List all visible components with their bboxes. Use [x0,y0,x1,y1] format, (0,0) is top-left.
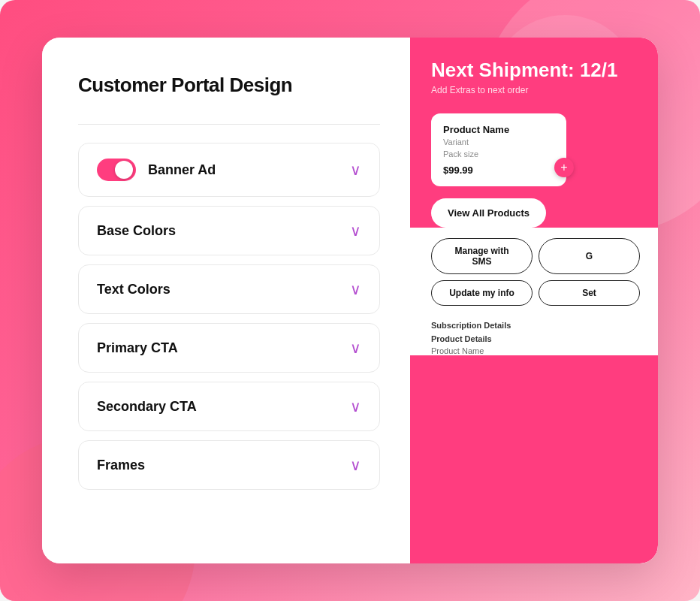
divider [78,124,380,125]
action-btn-4[interactable]: Set [539,280,640,306]
accordion-banner-ad[interactable]: Banner Ad ∨ [78,143,380,197]
product-card-price: $99.99 [443,165,554,176]
main-card: Customer Portal Design Banner Ad ∨ [42,38,658,563]
frames-chevron: ∨ [350,456,361,474]
text-colors-label: Text Colors [97,282,170,297]
toggle-track[interactable] [97,159,136,181]
base-colors-label: Base Colors [97,223,176,239]
toggle-thumb [115,161,133,179]
secondary-cta-label: Secondary CTA [97,399,197,415]
page-title: Customer Portal Design [78,74,380,97]
outer-wrapper: Customer Portal Design Banner Ad ∨ [0,0,700,601]
action-row-1: Manage with SMS G [431,238,640,274]
accordion-secondary-cta[interactable]: Secondary CTA ∨ [78,382,380,431]
accordion-text-left: Text Colors [97,282,170,297]
shipment-subtitle: Add Extras to next order [431,85,640,95]
product-details-label: Product Details [431,334,640,343]
secondary-cta-chevron: ∨ [350,397,361,415]
primary-cta-label: Primary CTA [97,340,178,356]
banner-ad-toggle[interactable] [97,159,136,181]
update-info-button[interactable]: Update my info [431,280,533,306]
product-name-detail: Product Name [431,346,640,355]
subscription-details-label: Subscription Details [431,321,640,330]
manage-sms-button[interactable]: Manage with SMS [431,238,533,274]
banner-ad-label: Banner Ad [148,162,216,178]
accordion-text-colors[interactable]: Text Colors ∨ [78,264,380,314]
product-add-button[interactable]: + [554,158,574,177]
product-area: Product Name Variant Pack size $99.99 + [410,113,658,186]
left-panel: Customer Portal Design Banner Ad ∨ [42,38,410,563]
product-card-name: Product Name [443,124,554,135]
shipment-title: Next Shipment: 12/1 [431,59,640,82]
accordion-base-left: Base Colors [97,223,176,239]
action-btn-3[interactable]: G [539,238,640,274]
banner-ad-chevron: ∨ [350,161,361,179]
portal-white-section: Manage with SMS G Update my info Set Sub… [410,228,658,355]
primary-cta-chevron: ∨ [350,339,361,357]
portal-header: Next Shipment: 12/1 Add Extras to next o… [410,38,658,104]
accordion-primary-left: Primary CTA [97,340,178,356]
accordion-banner-left: Banner Ad [97,159,216,181]
product-card: Product Name Variant Pack size $99.99 + [431,113,566,186]
action-row-2: Update my info Set [431,280,640,306]
text-colors-chevron: ∨ [350,280,361,298]
portal-pink-section: Next Shipment: 12/1 Add Extras to next o… [410,38,658,228]
accordion-frames-left: Frames [97,458,145,473]
subscription-details-area: Subscription Details Product Details Pro… [410,312,658,355]
accordion-primary-cta[interactable]: Primary CTA ∨ [78,323,380,373]
product-card-variant: Variant Pack size [443,137,554,160]
right-panel: Next Shipment: 12/1 Add Extras to next o… [410,38,658,563]
view-all-products-button[interactable]: View All Products [431,198,546,228]
accordion-frames[interactable]: Frames ∨ [78,440,380,490]
base-colors-chevron: ∨ [350,222,361,240]
accordion-secondary-left: Secondary CTA [97,399,197,415]
accordion-base-colors[interactable]: Base Colors ∨ [78,206,380,255]
action-buttons-area: Manage with SMS G Update my info Set [410,228,658,306]
frames-label: Frames [97,458,145,473]
